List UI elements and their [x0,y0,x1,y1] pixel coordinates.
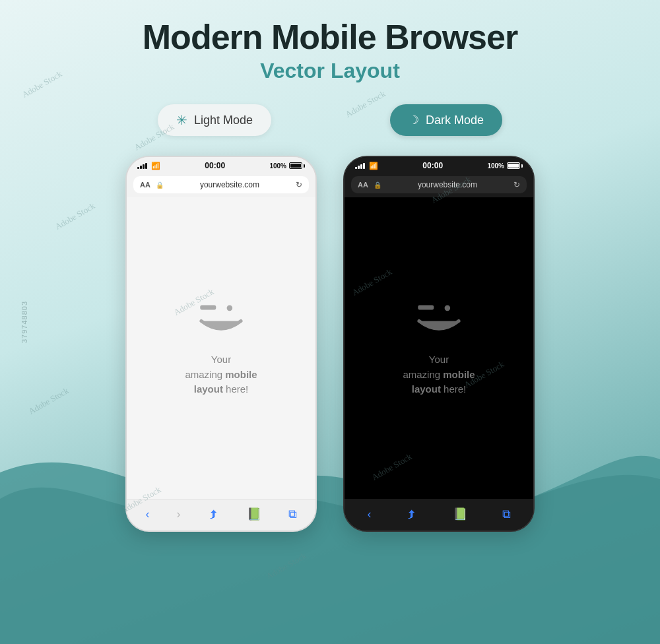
light-mode-label: Light Mode [194,113,253,127]
light-time: 00:00 [205,161,225,170]
light-address-bar[interactable]: AA 🔒 yourwebsite.com ↻ [133,176,309,193]
main-title: Modern Mobile Browser [0,18,660,56]
svg-rect-3 [445,306,451,311]
header: Modern Mobile Browser Vector Layout [0,0,660,90]
light-line3-bold: layout [194,383,223,395]
dark-content-text: Your amazing mobile layout here! [403,352,475,397]
back-icon-dark[interactable]: ‹ [367,507,371,521]
signal-bar-1 [137,167,139,169]
wifi-icon-dark: 📶 [369,162,378,170]
light-line2: amazing [185,369,225,380]
back-icon-light[interactable]: ‹ [146,507,150,521]
dark-bottom-nav: ‹ ⮭ 📗 ⧉ [345,499,533,531]
wifi-icon-light: 📶 [151,162,160,170]
bookmarks-icon-light[interactable]: 📗 [247,507,261,521]
light-content-text: Your amazing mobile layout here! [185,352,257,397]
battery-fill-dark [508,164,519,168]
sun-icon: ✳ [176,112,187,128]
signal-bar-d1 [355,167,357,169]
dark-time: 00:00 [422,161,443,170]
share-icon-light[interactable]: ⮭ [208,507,220,521]
aa-text-dark: AA [358,181,368,189]
mode-buttons: ✳ Light Mode ☽ Dark Mode [0,104,660,136]
light-bottom-nav: ‹ › ⮭ 📗 ⧉ [127,499,315,531]
lock-icon-dark: 🔒 [374,181,381,189]
phones-container: 📶 00:00 100% AA 🔒 yourwebsite.com ↻ [0,156,660,532]
tabs-icon-dark[interactable]: ⧉ [502,507,511,521]
dark-line2: amazing [403,369,443,380]
dark-line2-bold: mobile [443,369,475,380]
dark-status-bar: 📶 00:00 100% [345,157,533,173]
bookmarks-icon-dark[interactable]: 📗 [453,507,467,521]
light-status-right: 100% [269,162,305,170]
battery-percent-dark: 100% [487,162,504,170]
url-dark: yourwebsite.com [387,180,508,189]
battery-dark [507,162,523,169]
dark-status-right: 100% [487,162,523,170]
dark-line1: Your [429,354,449,365]
lock-icon-light: 🔒 [156,181,164,189]
dark-line3-bold: layout [412,383,441,395]
dark-mode-button[interactable]: ☽ Dark Mode [390,104,502,136]
svg-rect-0 [200,306,216,310]
refresh-icon-dark[interactable]: ↻ [513,180,520,189]
svg-rect-1 [227,306,233,311]
battery-fill-light [290,164,301,168]
light-address-bar-wrap: AA 🔒 yourwebsite.com ↻ [127,173,315,197]
battery-body-light [289,162,302,169]
light-line2-bold: mobile [225,369,257,380]
dark-address-bar-wrap: AA 🔒 yourwebsite.com ↻ [345,173,533,197]
signal-bar-4 [145,163,147,169]
forward-icon-light[interactable]: › [177,507,181,521]
aa-text-light: AA [140,181,150,189]
light-status-bar: 📶 00:00 100% [127,157,315,173]
signal-bar-2 [140,166,142,169]
battery-percent-light: 100% [269,162,286,170]
dark-mode-label: Dark Mode [426,113,484,127]
light-status-left: 📶 [137,162,160,170]
battery-tip-light [304,164,305,168]
url-light: yourwebsite.com [169,180,290,189]
dark-phone-content: Your amazing mobile layout here! [345,197,533,499]
refresh-icon-light[interactable]: ↻ [296,180,302,189]
signal-bar-d3 [360,164,362,169]
battery-tip-dark [521,164,523,168]
smiley-light [195,300,248,339]
signal-bar-d4 [363,163,365,169]
dark-status-left: 📶 [355,162,378,170]
battery-light [289,162,305,169]
light-phone: 📶 00:00 100% AA 🔒 yourwebsite.com ↻ [125,156,317,532]
light-phone-content: Your amazing mobile layout here! [127,197,315,499]
tabs-icon-light[interactable]: ⧉ [288,507,297,521]
battery-body-dark [507,162,520,169]
dark-address-bar[interactable]: AA 🔒 yourwebsite.com ↻ [351,176,527,193]
signal-bar-3 [143,164,145,169]
signal-bar-d2 [358,166,360,169]
light-line1: Your [211,354,231,365]
signal-bars-dark [355,162,365,169]
light-line3: here! [223,383,248,395]
moon-icon: ☽ [409,113,419,127]
smiley-dark [412,300,465,339]
light-mode-button[interactable]: ✳ Light Mode [158,104,271,136]
share-icon-dark[interactable]: ⮭ [406,507,418,521]
dark-phone: 📶 00:00 100% AA 🔒 yourwebsite.com ↻ [343,156,535,532]
svg-rect-2 [418,306,434,310]
signal-bars-light [137,162,147,169]
side-watermark: 379748803 [20,301,28,343]
sub-title: Vector Layout [0,59,660,83]
dark-line3: here! [441,383,466,395]
